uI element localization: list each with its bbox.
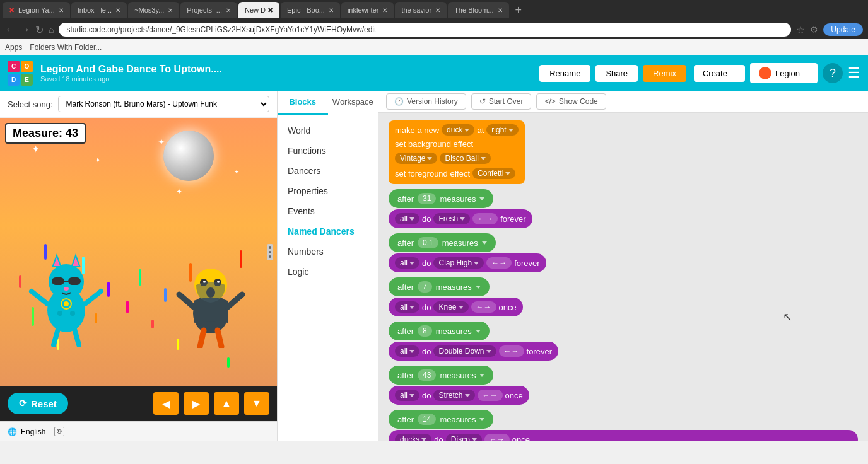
- tab-close-2[interactable]: ✕: [115, 7, 120, 14]
- stretch-dropdown[interactable]: Stretch: [433, 390, 474, 401]
- bookmark-folders[interactable]: Folders With Folder...: [30, 43, 102, 52]
- tab-bloom[interactable]: The Bloom... ✕: [448, 2, 508, 18]
- ducks-chevron: [421, 438, 426, 441]
- all-dropdown-7[interactable]: all: [395, 301, 419, 313]
- num-01[interactable]: 0.1: [418, 237, 438, 248]
- disco-ball-dropdown[interactable]: Disco Ball: [440, 153, 490, 164]
- svg-line-12: [54, 329, 58, 345]
- clap-chevron: [474, 262, 479, 265]
- up-button[interactable]: ▲: [214, 392, 239, 415]
- duck-dropdown[interactable]: duck: [442, 124, 474, 136]
- tab-savior[interactable]: the savior ✕: [395, 2, 447, 18]
- num-8[interactable]: 8: [418, 325, 432, 337]
- menu-button[interactable]: ☰: [848, 65, 860, 81]
- sparkle-3: ✦: [158, 137, 165, 147]
- home-button[interactable]: ⌂: [49, 25, 54, 35]
- knee-dropdown[interactable]: Knee: [433, 301, 468, 313]
- code-block-after-01: after 0.1 measures all do Clap High ←→ f…: [389, 233, 858, 272]
- block-item-dancers[interactable]: Dancers: [278, 161, 378, 181]
- down-button[interactable]: ▼: [244, 392, 269, 415]
- disco-duck-dropdown[interactable]: Disco: [446, 434, 482, 441]
- update-button[interactable]: Update: [823, 23, 863, 36]
- after-label-01: after: [397, 238, 414, 248]
- back-button[interactable]: ←: [5, 24, 15, 35]
- block-item-events[interactable]: Events: [278, 201, 378, 221]
- language-label[interactable]: English: [21, 427, 45, 436]
- remix-button[interactable]: Remix: [643, 65, 686, 82]
- new-tab-button[interactable]: +: [510, 4, 527, 17]
- num-14[interactable]: 14: [418, 414, 436, 425]
- share-button[interactable]: Share: [595, 65, 638, 82]
- prev-button[interactable]: ◀: [153, 392, 179, 415]
- confetti-bar: [164, 288, 167, 302]
- tab-close-8[interactable]: ✕: [435, 7, 440, 14]
- show-code-button[interactable]: </> Show Code: [536, 93, 606, 110]
- tab-close-3[interactable]: ✕: [168, 7, 173, 14]
- num-31[interactable]: 31: [418, 193, 436, 204]
- do-label-01: do: [422, 258, 431, 268]
- start-over-button[interactable]: ↺ Start Over: [471, 93, 532, 110]
- rename-button[interactable]: Rename: [539, 65, 590, 82]
- tab-epic[interactable]: Epic - Boo... ✕: [281, 2, 340, 18]
- tab-new-d[interactable]: New D ✖: [238, 2, 279, 18]
- fresh-dropdown[interactable]: Fresh: [433, 213, 470, 224]
- clap-high-dropdown[interactable]: Clap High: [433, 257, 484, 269]
- measures-chevron-14: [479, 418, 484, 421]
- all-dropdown-43[interactable]: all: [395, 390, 419, 401]
- play-button[interactable]: ▶: [184, 392, 209, 415]
- workspace-content[interactable]: make a new duck at right set background …: [378, 113, 868, 441]
- all-dropdown-31[interactable]: all: [395, 213, 419, 224]
- tab-close-6[interactable]: ✕: [329, 7, 334, 14]
- duck-chevron: [464, 129, 469, 132]
- extensions-button[interactable]: ⚙: [810, 25, 818, 35]
- version-history-button[interactable]: 🕐 Version History: [386, 93, 466, 110]
- block-item-functions[interactable]: Functions: [278, 141, 378, 161]
- block-item-properties[interactable]: Properties: [278, 181, 378, 201]
- url-bar[interactable]: studio.code.org/projects/dance/_9GIesnCP…: [59, 23, 791, 37]
- tab-inkle[interactable]: inklewriter ✕: [341, 2, 394, 18]
- once-label-43: once: [505, 391, 523, 400]
- after-label-8: after: [397, 327, 414, 336]
- confetti-dropdown[interactable]: Confetti: [472, 168, 515, 179]
- all-dropdown-8[interactable]: all: [395, 345, 419, 357]
- right-dropdown[interactable]: right: [486, 124, 518, 136]
- arrow-ducks: ←→: [484, 434, 510, 441]
- bookmark-apps[interactable]: Apps: [5, 43, 22, 52]
- right-chevron: [508, 129, 513, 132]
- app-logo: C O D E: [8, 61, 33, 86]
- stage-more-dots[interactable]: [267, 244, 273, 260]
- disco-ball-chevron: [481, 157, 486, 160]
- refresh-button[interactable]: ↻: [35, 24, 44, 36]
- tab-workspace[interactable]: Workspace: [328, 91, 378, 115]
- double-down-dropdown[interactable]: Double Down: [433, 345, 496, 357]
- bookmark-button[interactable]: ☆: [796, 24, 805, 36]
- tab-projects[interactable]: Projects -... ✕: [180, 2, 237, 18]
- blocks-panel: Blocks Workspace World Functions Dancers…: [278, 91, 378, 441]
- block-item-named-dancers[interactable]: Named Dancers: [278, 221, 378, 241]
- num-7[interactable]: 7: [418, 281, 432, 293]
- num-43[interactable]: 43: [418, 369, 436, 381]
- vintage-dropdown[interactable]: Vintage: [395, 153, 437, 164]
- address-bar: ← → ↻ ⌂ studio.code.org/projects/dance/_…: [0, 20, 868, 39]
- tab-close-7[interactable]: ✕: [382, 7, 387, 14]
- all-dropdown-01[interactable]: all: [395, 257, 419, 269]
- create-button[interactable]: Create: [694, 65, 745, 82]
- tab-legion[interactable]: ✖ Legion Ya... ✕: [3, 2, 70, 18]
- tab-close-4[interactable]: ✕: [226, 7, 231, 14]
- forward-button[interactable]: →: [20, 24, 30, 35]
- user-button[interactable]: Legion: [750, 63, 818, 83]
- ducks-dropdown[interactable]: ducks: [395, 434, 431, 441]
- disco-duck-chevron: [472, 438, 477, 441]
- block-item-logic[interactable]: Logic: [278, 262, 378, 282]
- tab-close-1[interactable]: ✕: [59, 7, 64, 14]
- tab-mos[interactable]: ~Mos3y... ✕: [128, 2, 179, 18]
- tab-inbox[interactable]: Inbox - le... ✕: [71, 2, 127, 18]
- tab-close-9[interactable]: ✕: [498, 7, 503, 14]
- do-label-ducks: do: [434, 435, 443, 442]
- reset-button[interactable]: ⟳ Reset: [8, 393, 68, 414]
- help-button[interactable]: ?: [823, 63, 843, 83]
- tab-blocks[interactable]: Blocks: [278, 91, 328, 115]
- block-item-world[interactable]: World: [278, 120, 378, 141]
- song-dropdown[interactable]: Mark Ronson (ft. Bruno Mars) - Uptown Fu…: [58, 96, 269, 112]
- block-item-numbers[interactable]: Numbers: [278, 241, 378, 262]
